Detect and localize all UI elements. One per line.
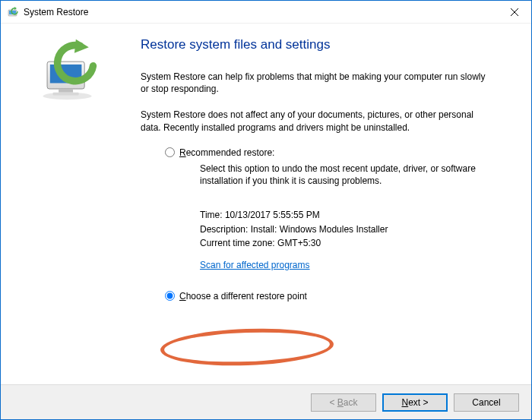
page-heading: Restore system files and settings xyxy=(141,37,505,52)
restore-timezone: Current time zone: GMT+5:30 xyxy=(200,236,505,251)
cancel-button[interactable]: Cancel xyxy=(454,393,519,412)
system-restore-wizard-icon xyxy=(31,37,103,102)
close-icon xyxy=(511,8,518,16)
wizard-footer: < Back Next > Cancel xyxy=(1,384,531,420)
titlebar: System Restore xyxy=(1,1,531,24)
restore-description: Description: Install: Windows Modules In… xyxy=(200,223,505,237)
close-button[interactable] xyxy=(497,1,531,24)
intro-paragraph-1: System Restore can help fix problems tha… xyxy=(141,71,490,95)
different-radio[interactable] xyxy=(165,291,175,301)
recommended-restore-option[interactable]: Recommended restore: xyxy=(165,147,505,158)
next-button[interactable]: Next > xyxy=(382,393,448,412)
svg-marker-10 xyxy=(74,39,88,53)
recommended-label: Recommended restore: xyxy=(179,147,274,158)
restore-point-details: Time: 10/13/2017 5:55:55 PM Description:… xyxy=(200,208,505,272)
back-button: < Back xyxy=(311,393,376,412)
recommended-description: Select this option to undo the most rece… xyxy=(200,163,496,187)
system-restore-icon xyxy=(7,6,19,18)
titlebar-title: System Restore xyxy=(24,7,497,17)
different-restore-option[interactable]: Choose a different restore point xyxy=(165,291,505,302)
different-label: Choose a different restore point xyxy=(179,291,307,302)
svg-marker-2 xyxy=(14,7,17,10)
svg-rect-9 xyxy=(52,93,78,96)
intro-paragraph-2: System Restore does not affect any of yo… xyxy=(141,109,490,133)
main-panel: Restore system files and settings System… xyxy=(133,24,531,384)
restore-time: Time: 10/13/2017 5:55:55 PM xyxy=(200,208,505,223)
svg-rect-8 xyxy=(59,89,73,93)
restore-options-group: Recommended restore: Select this option … xyxy=(165,147,505,302)
wizard-sidebar xyxy=(1,24,133,384)
content-area: Restore system files and settings System… xyxy=(1,24,531,384)
scan-affected-programs-link[interactable]: Scan for affected programs xyxy=(200,258,310,273)
recommended-radio[interactable] xyxy=(165,147,175,157)
